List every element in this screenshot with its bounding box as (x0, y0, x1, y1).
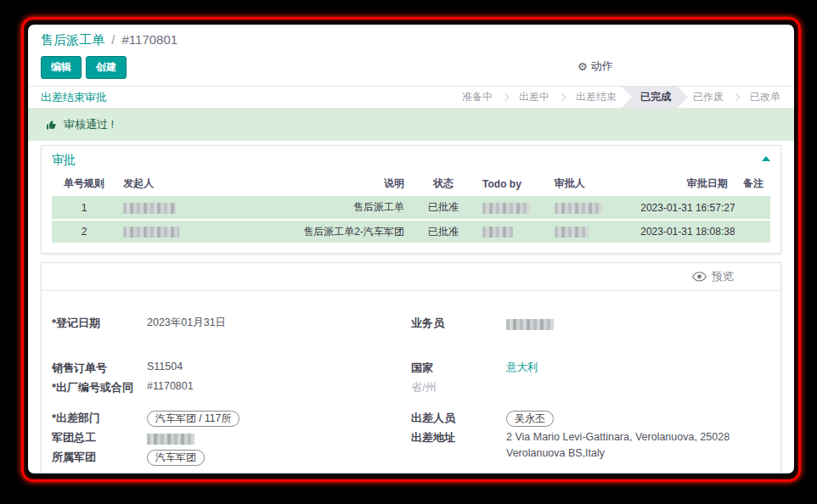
field-label: 出差地址 (411, 428, 506, 445)
field-value: 2 Via Mario Levi-Gattinara, Verolanuova,… (506, 428, 748, 462)
department-pill: 汽车军团 / 117所 (147, 411, 239, 427)
preview-toggle[interactable]: 预览 (42, 263, 780, 291)
approval-passed-alert: 审核通过 ! (28, 109, 794, 141)
country-link[interactable]: 意大利 (506, 359, 538, 375)
field-sales-order-no: 销售订单号 S11504 (52, 359, 394, 378)
field-value: S11504 (147, 359, 183, 372)
field-legion: 所属军团 汽车军团 (52, 448, 394, 468)
cell-description: 售后派工单2-汽车军团 (239, 220, 411, 244)
preview-label: 预览 (712, 269, 734, 284)
field-label: 业务员 (411, 314, 506, 331)
field-trip-address: 出差地址 2 Via Mario Levi-Gattinara, Verolan… (411, 428, 753, 462)
create-button[interactable]: 创建 (86, 56, 127, 79)
action-menu-button[interactable]: ⚙ 动作 (578, 59, 613, 74)
col-sequence-rule: 单号规则 (52, 171, 116, 196)
form-section: 预览 *登记日期 2023年01月31日 销售订单号 S11504 (41, 262, 781, 473)
redacted-text (123, 203, 176, 214)
trip-end-approval-link[interactable]: 出差结束审批 (41, 90, 107, 105)
cell-sequence: 2 (52, 220, 116, 244)
redacted-text (123, 227, 179, 238)
field-label: *出差部门 (52, 409, 147, 426)
approval-table-row[interactable]: 1 售后派工单 已批准 2023-01-31 16:57:27 (52, 196, 770, 220)
stage-pipeline: 准备中 出差中 出差结束 已完成 已作废 已改单 (459, 87, 784, 108)
cell-initiator (116, 220, 239, 244)
redacted-text (147, 434, 194, 445)
cell-approver (548, 196, 634, 220)
cell-remark (735, 220, 770, 244)
chevron-separator-icon (501, 93, 510, 102)
stage-on-trip[interactable]: 出差中 (516, 87, 553, 108)
col-status: 状态 (411, 171, 476, 196)
eye-icon (692, 272, 707, 282)
field-label: 销售订单号 (52, 359, 147, 376)
cell-approver (548, 220, 634, 244)
stage-cancelled[interactable]: 已作废 (690, 87, 727, 108)
alert-text: 审核通过 ! (64, 117, 114, 132)
field-value: 2023年01月31日 (147, 314, 226, 330)
cell-remark (735, 196, 770, 220)
field-salesperson: 业务员 (411, 314, 753, 333)
field-label: *登记日期 (52, 314, 147, 331)
field-label: *出厂编号或合同 (52, 378, 147, 395)
redacted-text (482, 227, 513, 238)
legion-pill: 汽车军团 (147, 450, 205, 466)
edit-button[interactable]: 编辑 (41, 56, 82, 79)
form-left-column: *登记日期 2023年01月31日 销售订单号 S11504 *出厂编号或合同 … (52, 314, 411, 473)
field-value: 汽车军团 / 117所 (147, 409, 239, 427)
redacted-text (555, 203, 602, 214)
top-bar: 售后派工单 / #1170801 编辑 创建 ⚙ 动作 出差结束审批 准备中 出… (28, 25, 794, 141)
content-area: 审批 单号规则 发起人 说明 状态 Todo by 审批人 审批日期 备注 (28, 141, 794, 473)
field-value (147, 428, 194, 447)
field-trip-department: *出差部门 汽车军团 / 117所 (52, 409, 394, 428)
field-label: 国家 (411, 359, 506, 376)
cell-sequence: 1 (52, 196, 116, 220)
chevron-separator-icon (558, 93, 566, 102)
stage-completed-active[interactable]: 已完成 (622, 87, 688, 108)
field-label: 军团总工 (52, 428, 147, 445)
field-trip-personnel: 出差人员 吴永丕 (411, 409, 753, 428)
approval-section-title: 审批 (52, 153, 76, 168)
approval-table-header: 单号规则 发起人 说明 状态 Todo by 审批人 审批日期 备注 (52, 171, 770, 196)
field-state-province: 省/州 (411, 378, 753, 398)
stage-preparing[interactable]: 准备中 (459, 87, 496, 108)
form-right-column: 业务员 国家 意大利 省/州 (411, 314, 770, 473)
cell-initiator (116, 196, 239, 220)
field-label: 所属军团 (52, 448, 147, 465)
col-remark: 备注 (735, 171, 770, 196)
breadcrumb-separator: / (111, 32, 115, 47)
collapse-caret-up-icon[interactable] (762, 156, 770, 161)
breadcrumb-title[interactable]: 售后派工单 (41, 32, 104, 47)
personnel-pill: 吴永丕 (506, 411, 554, 427)
breadcrumb: 售后派工单 / #1170801 (41, 25, 781, 48)
gear-icon: ⚙ (578, 60, 588, 73)
cell-todo-by (476, 220, 548, 244)
stage-trip-ended[interactable]: 出差结束 (572, 87, 620, 108)
app-window: 售后派工单 / #1170801 编辑 创建 ⚙ 动作 出差结束审批 准备中 出… (28, 25, 794, 473)
cell-description: 售后派工单 (239, 196, 411, 220)
field-factory-no: *出厂编号或合同 #1170801 (52, 378, 394, 398)
chevron-separator-icon (732, 93, 741, 102)
field-registration-date: *登记日期 2023年01月31日 (52, 314, 394, 333)
col-approver: 审批人 (548, 171, 634, 196)
approval-table: 单号规则 发起人 说明 状态 Todo by 审批人 审批日期 备注 1 售后 (52, 171, 770, 244)
field-label: 出差人员 (411, 409, 506, 426)
form-grid: *登记日期 2023年01月31日 销售订单号 S11504 *出厂编号或合同 … (42, 291, 780, 473)
col-todo-by: Todo by (476, 171, 548, 196)
redacted-text (555, 227, 589, 238)
approval-section-header: 审批 (52, 153, 770, 168)
field-value (506, 314, 554, 333)
redacted-text (506, 319, 554, 330)
stage-order-changed[interactable]: 已改单 (747, 87, 784, 108)
field-label: 省/州 (411, 378, 506, 395)
col-initiator: 发起人 (116, 171, 239, 196)
cell-approval-date: 2023-01-31 16:57:27 (634, 196, 734, 220)
cell-approval-date: 2023-01-31 18:08:38 (634, 220, 734, 244)
field-value: 吴永丕 (506, 409, 554, 427)
breadcrumb-record-id: #1170801 (122, 32, 178, 47)
thumbs-up-icon (46, 120, 57, 131)
col-approval-date: 审批日期 (634, 171, 734, 196)
field-value: #1170801 (147, 378, 194, 392)
approval-table-row[interactable]: 2 售后派工单2-汽车军团 已批准 2023-01-31 18:08:38 (52, 220, 770, 244)
status-bar: 出差结束审批 准备中 出差中 出差结束 已完成 已作废 已改单 (28, 86, 794, 109)
action-menu-label: 动作 (591, 59, 613, 74)
